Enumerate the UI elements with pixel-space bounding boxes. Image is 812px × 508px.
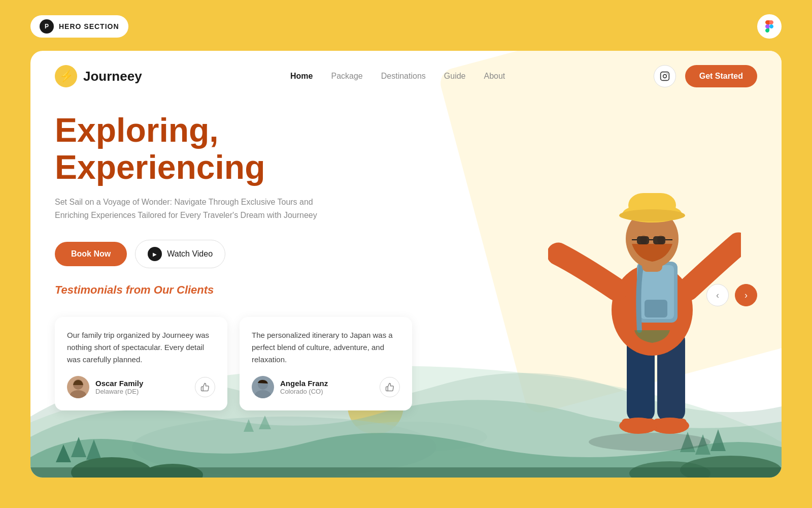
svg-point-48 [255, 390, 271, 398]
svg-rect-19 [30, 467, 782, 478]
testimonial-text-1: Our family trip organized by Journeey wa… [67, 329, 215, 366]
next-arrow-button[interactable]: › [735, 284, 757, 306]
like-button-2[interactable] [380, 377, 400, 397]
svg-point-18 [629, 461, 710, 478]
hero-buttons: Book Now ▶ Watch Video [55, 240, 351, 268]
svg-point-15 [71, 457, 152, 478]
testimonial-name-2: Angela Franz [280, 379, 328, 388]
logo-icon: ⚡ [55, 65, 77, 87]
top-bar-title: HERO SECTION [59, 22, 119, 30]
svg-marker-9 [56, 444, 71, 462]
navbar: ⚡ Journeey Home Package Destinations Gui… [30, 51, 782, 102]
svg-point-46 [70, 390, 86, 398]
like-button-1[interactable] [195, 377, 215, 397]
svg-rect-41 [653, 236, 665, 244]
instagram-button[interactable] [654, 65, 676, 87]
svg-point-20 [589, 433, 710, 451]
watch-video-button[interactable]: ▶ Watch Video [135, 240, 225, 268]
nav-guide[interactable]: Guide [444, 72, 466, 81]
svg-marker-14 [259, 416, 271, 429]
testimonial-info-2: Angela Franz Colorado (CO) [280, 379, 328, 395]
watch-video-label: Watch Video [167, 249, 213, 259]
nav-destinations[interactable]: Destinations [381, 72, 426, 81]
testimonial-location-2: Colorado (CO) [280, 388, 328, 395]
nav-about[interactable]: About [484, 72, 505, 81]
testimonial-card-1: Our family trip organized by Journeey wa… [55, 317, 227, 410]
testimonial-avatar-1 [67, 376, 89, 398]
svg-marker-7 [71, 437, 86, 457]
get-started-button[interactable]: Get Started [685, 65, 757, 87]
svg-point-16 [142, 464, 203, 478]
nav-links: Home Package Destinations Guide About [290, 72, 505, 81]
nav-home[interactable]: Home [290, 72, 313, 81]
book-now-button[interactable]: Book Now [55, 242, 127, 266]
svg-point-28 [549, 245, 567, 263]
svg-marker-8 [86, 439, 101, 460]
svg-point-1 [663, 75, 666, 78]
testimonial-footer-1: Oscar Family Delaware (DE) [67, 376, 215, 398]
testimonial-card-2: The personalized itinerary to Japan was … [240, 317, 412, 410]
testimonials-section: Testimonials from Our Clients ‹ › Our fa… [30, 268, 782, 410]
svg-point-5 [132, 417, 436, 478]
svg-marker-13 [244, 419, 254, 432]
logo: ⚡ Journeey [55, 65, 142, 87]
logo-text: Journeey [83, 69, 142, 84]
main-card: ⚡ Journeey Home Package Destinations Gui… [30, 51, 782, 478]
prev-arrow-button[interactable]: ‹ [706, 284, 729, 306]
hero-subtitle: Set Sail on a Voyage of Wonder: Navigate… [55, 196, 329, 221]
svg-rect-26 [653, 419, 687, 428]
testimonial-text-2: The personalized itinerary to Japan was … [252, 329, 400, 366]
testimonials-cards: Our family trip organized by Journeey wa… [55, 317, 757, 410]
hero-title: Exploring, Experiencing [55, 112, 351, 185]
testimonial-info-1: Oscar Family Delaware (DE) [95, 379, 143, 395]
svg-rect-40 [637, 236, 649, 244]
svg-point-2 [666, 74, 667, 75]
figma-icon[interactable] [757, 14, 782, 39]
nav-right: Get Started [654, 65, 757, 87]
testimonial-footer-2: Angela Franz Colorado (CO) [252, 376, 400, 398]
svg-rect-0 [660, 72, 669, 81]
testimonial-nav-arrows: ‹ › [706, 284, 757, 306]
testimonial-name-1: Oscar Family [95, 379, 143, 388]
testimonial-avatar-2 [252, 376, 274, 398]
svg-point-6 [335, 422, 487, 452]
svg-rect-25 [622, 419, 655, 428]
top-bar-label: P HERO SECTION [30, 15, 128, 38]
testimonials-title: Testimonials from Our Clients [55, 283, 214, 297]
top-bar-p-icon: P [40, 19, 54, 34]
play-icon: ▶ [148, 247, 162, 261]
testimonial-location-1: Delaware (DE) [95, 388, 143, 395]
svg-point-17 [680, 456, 782, 478]
nav-package[interactable]: Package [331, 72, 362, 81]
hero-section: Exploring, Experiencing Set Sail on a Vo… [30, 102, 376, 268]
svg-point-37 [619, 209, 685, 221]
